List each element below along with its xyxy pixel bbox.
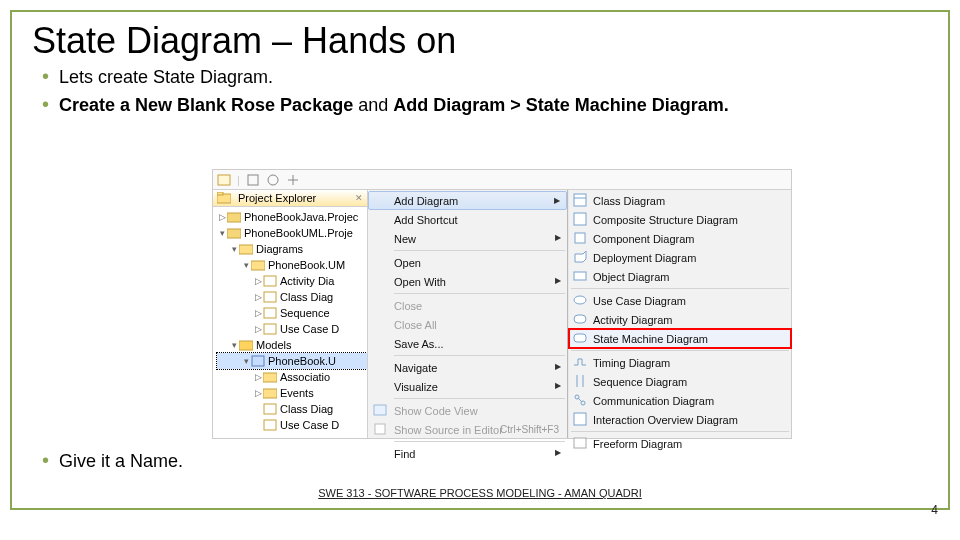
submenu-communication-diagram[interactable]: Communication Diagram [569, 391, 791, 410]
tree-item: ▾Models [217, 337, 367, 353]
timing-icon [573, 355, 587, 369]
svg-rect-0 [218, 175, 230, 185]
submenu-component-diagram[interactable]: Component Diagram [569, 229, 791, 248]
object-icon [573, 269, 587, 283]
svg-point-2 [268, 175, 278, 185]
code-icon [373, 403, 387, 417]
tree-item: ▾PhoneBook.UM [217, 257, 367, 273]
svg-rect-8 [251, 261, 265, 270]
bullet-3: • Give it a Name. [42, 450, 183, 472]
communication-icon [573, 393, 587, 407]
menu-add-diagram[interactable]: Add Diagram▶ [368, 191, 567, 210]
submenu-arrow-icon: ▶ [555, 362, 561, 371]
source-icon [373, 422, 387, 436]
svg-rect-23 [574, 213, 586, 225]
folder-icon [263, 387, 277, 399]
bullet-2-bold-1: Create a New Blank Rose Package [59, 95, 353, 115]
project-tree[interactable]: ▷PhoneBookJava.Projec ▾PhoneBookUML.Proj… [213, 207, 367, 433]
diagram-icon [263, 419, 277, 431]
svg-rect-1 [248, 175, 258, 185]
menu-close: Close [368, 296, 567, 315]
svg-rect-18 [264, 420, 276, 430]
slide-title: State Diagram – Hands on [32, 20, 948, 62]
submenu-interaction-overview[interactable]: Interaction Overview Diagram [569, 410, 791, 429]
submenu-usecase-diagram[interactable]: Use Case Diagram [569, 291, 791, 310]
slide-footer: SWE 313 - SOFTWARE PROCESS MODELING - AM… [318, 487, 642, 499]
pkg-icon [251, 355, 265, 367]
menu-close-all: Close All [368, 315, 567, 334]
tree-item: ▷Events [217, 385, 367, 401]
menu-new[interactable]: New▶ [368, 229, 567, 248]
menu-visualize[interactable]: Visualize▶ [368, 377, 567, 396]
svg-rect-19 [374, 405, 386, 415]
svg-rect-21 [574, 194, 586, 206]
folder-icon [251, 259, 265, 271]
svg-rect-4 [217, 192, 223, 195]
menu-separator [394, 293, 565, 294]
menu-navigate[interactable]: Navigate▶ [368, 358, 567, 377]
bullet-2: • Create a New Blank Rose Package and Ad… [42, 94, 948, 116]
submenu-sequence-diagram[interactable]: Sequence Diagram [569, 372, 791, 391]
menu-open-with[interactable]: Open With▶ [368, 272, 567, 291]
tree-item: Use Case D [217, 417, 367, 433]
svg-rect-24 [575, 233, 585, 243]
tree-item: ▷Activity Dia [217, 273, 367, 289]
submenu-class-diagram[interactable]: Class Diagram [569, 191, 791, 210]
submenu-arrow-icon: ▶ [554, 196, 560, 205]
menu-add-shortcut[interactable]: Add Shortcut [368, 210, 567, 229]
tree-item-selected[interactable]: ▾PhoneBook.U [217, 353, 367, 369]
submenu-deployment-diagram[interactable]: Deployment Diagram [569, 248, 791, 267]
menu-separator [394, 250, 565, 251]
class-diagram-icon [573, 193, 587, 207]
svg-rect-17 [264, 404, 276, 414]
toolbar-icon[interactable] [266, 173, 280, 187]
submenu-arrow-icon: ▶ [555, 448, 561, 457]
svg-rect-6 [227, 229, 241, 238]
submenu-activity-diagram[interactable]: Activity Diagram [569, 310, 791, 329]
menu-open[interactable]: Open [368, 253, 567, 272]
project-icon [227, 211, 241, 223]
diagram-icon [263, 275, 277, 287]
submenu-arrow-icon: ▶ [555, 233, 561, 242]
submenu-freeform-diagram[interactable]: Freeform Diagram [569, 434, 791, 453]
svg-rect-12 [264, 324, 276, 334]
svg-rect-28 [574, 334, 586, 342]
bullet-dot-icon: • [42, 450, 49, 470]
submenu-separator [571, 288, 789, 289]
deployment-icon [573, 250, 587, 264]
menu-find[interactable]: Find▶ [368, 444, 567, 463]
freeform-icon [573, 436, 587, 450]
svg-rect-5 [227, 213, 241, 222]
svg-rect-20 [375, 424, 385, 434]
state-icon [573, 331, 587, 345]
project-icon [227, 227, 241, 239]
page-number: 4 [931, 503, 938, 517]
menu-separator [394, 441, 565, 442]
sequence-icon [573, 374, 587, 388]
tree-item: Class Diag [217, 401, 367, 417]
svg-rect-14 [252, 356, 264, 366]
menu-save-as[interactable]: Save As... [368, 334, 567, 353]
folder-icon [239, 243, 253, 255]
diagram-icon [263, 291, 277, 303]
component-icon [573, 231, 587, 245]
svg-line-33 [578, 398, 582, 402]
tree-item: ▷Class Diag [217, 289, 367, 305]
project-explorer-tab[interactable]: Project Explorer ✕ [213, 190, 367, 207]
toolbar-icon[interactable] [286, 173, 300, 187]
toolbar-icon[interactable] [217, 173, 231, 187]
toolbar-icon[interactable] [246, 173, 260, 187]
tree-item: ▷Associatio [217, 369, 367, 385]
bullet-dot-icon: • [42, 66, 49, 86]
svg-rect-10 [264, 292, 276, 302]
tab-close-icon[interactable]: ✕ [355, 193, 363, 203]
submenu-composite-structure[interactable]: Composite Structure Diagram [569, 210, 791, 229]
add-diagram-submenu: Class Diagram Composite Structure Diagra… [568, 190, 791, 438]
tree-item: ▷PhoneBookJava.Projec [217, 209, 367, 225]
svg-point-26 [574, 296, 586, 304]
submenu-timing-diagram[interactable]: Timing Diagram [569, 353, 791, 372]
tree-item: ▾PhoneBookUML.Proje [217, 225, 367, 241]
submenu-object-diagram[interactable]: Object Diagram [569, 267, 791, 286]
submenu-state-machine-diagram[interactable]: State Machine Diagram [569, 329, 791, 348]
diagram-icon [263, 323, 277, 335]
